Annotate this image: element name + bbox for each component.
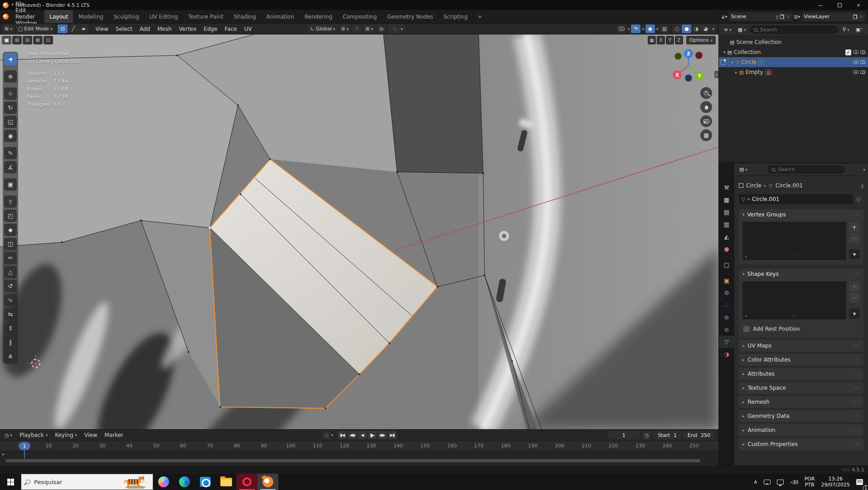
properties-tab-world[interactable]: ●: [719, 243, 734, 255]
pivot-point-button[interactable]: ⊚▾: [339, 24, 351, 33]
vertex-group-specials-button[interactable]: ▾: [849, 249, 860, 259]
face-select-mode-button[interactable]: ▰: [78, 24, 88, 33]
tab-sculpting[interactable]: Sculpting: [109, 10, 145, 23]
outliner-editor-type-button[interactable]: ≡▾: [722, 25, 734, 34]
properties-search[interactable]: [768, 165, 845, 174]
taskbar-search-input[interactable]: [34, 479, 116, 485]
tool-measure[interactable]: ∡: [4, 161, 17, 173]
cast-icon[interactable]: [761, 474, 774, 490]
tool-edge-slide[interactable]: ⇆: [4, 308, 17, 320]
viewport-canvas[interactable]: ▣⊞⊟⊠⊡ ▦ X Y Z Options▾ User Perspective …: [0, 34, 718, 429]
select-mode-subtract[interactable]: ⊟: [23, 36, 32, 44]
vp-menu-edge[interactable]: Edge: [200, 24, 221, 34]
add-workspace-button[interactable]: +: [473, 10, 487, 23]
panel-color-attributes[interactable]: ▸Color Attributes∷∷: [739, 354, 863, 366]
tool-shrink-fatten[interactable]: ⇕: [4, 322, 17, 334]
tool-transform[interactable]: ◉: [4, 130, 17, 142]
outliner-search-input[interactable]: [760, 27, 835, 33]
unlink-scene-icon[interactable]: ×: [786, 14, 790, 20]
outliner-row-collection[interactable]: ▾ ▤ Collection ✓: [719, 47, 868, 57]
scene-selector[interactable]: Scene ×: [729, 12, 792, 21]
tool-inset-faces[interactable]: ◰: [4, 210, 17, 222]
channels-expand-arrow[interactable]: ▸: [2, 451, 5, 456]
tool-add-cube[interactable]: ▣: [4, 178, 17, 191]
vp-menu-uv[interactable]: UV: [241, 24, 256, 34]
remove-shape-key-button[interactable]: −: [849, 293, 860, 303]
panel-texture-space[interactable]: ▸Texture Space∷∷: [739, 382, 863, 394]
play-reverse-button[interactable]: ◀: [358, 431, 367, 439]
select-mode-invert[interactable]: ⊠: [33, 36, 43, 44]
vp-menu-select[interactable]: Select: [112, 24, 136, 34]
pin-id-icon[interactable]: [861, 185, 863, 187]
select-mode-extend[interactable]: ⊞: [12, 36, 22, 44]
taskbar-app-outlook[interactable]: [195, 474, 216, 490]
taskbar-app-explorer[interactable]: [216, 474, 237, 490]
visibility-dropdown[interactable]: ▾: [628, 27, 630, 31]
clock[interactable]: 13:26 29/07/2025: [818, 474, 853, 490]
show-gizmo-button[interactable]: ↷: [631, 24, 640, 33]
properties-options-dropdown[interactable]: ▾: [863, 167, 865, 172]
properties-tab-render[interactable]: ▦: [719, 194, 734, 206]
tab-layout[interactable]: Layout: [44, 10, 73, 23]
add-rest-position-checkbox[interactable]: [743, 326, 750, 332]
jump-to-end-button[interactable]: ▶▮: [388, 431, 397, 439]
hidden-icons-button[interactable]: ∧: [751, 474, 761, 490]
new-collection-button[interactable]: ▣⁺: [853, 25, 865, 34]
vp-menu-mesh[interactable]: Mesh: [154, 24, 175, 34]
vertex-select-mode-button[interactable]: ⊡: [58, 24, 68, 33]
properties-tab-data[interactable]: ▽: [719, 336, 734, 348]
remove-viewlayer-icon[interactable]: ×: [859, 14, 863, 20]
axis-ball-neg-z[interactable]: [685, 74, 692, 82]
snap-target-button[interactable]: ⊞▾: [363, 24, 375, 33]
outliner-row-scene-collection[interactable]: ▤ Scene Collection: [719, 37, 868, 47]
tl-menu-playback[interactable]: Playback▾: [16, 432, 51, 438]
properties-tab-physics[interactable]: ⊚: [719, 311, 734, 323]
blender-menu-icon[interactable]: [3, 14, 9, 20]
collection-checkbox[interactable]: ✓: [845, 49, 851, 55]
tool-cursor[interactable]: ⊕: [4, 70, 17, 83]
active-vertex[interactable]: [209, 226, 211, 229]
tl-menu-keying[interactable]: Keying▾: [51, 432, 81, 438]
network-icon[interactable]: [774, 474, 787, 490]
tool-knife[interactable]: ✂: [4, 252, 17, 264]
notifications-button[interactable]: 1: [853, 474, 866, 490]
end-frame-field[interactable]: End250: [683, 431, 715, 439]
scene-browse-icon[interactable]: ◭▾: [722, 14, 727, 19]
remove-vertex-group-button[interactable]: −: [849, 233, 860, 243]
show-overlays-button[interactable]: ◉: [645, 24, 655, 33]
shape-keys-header[interactable]: ▾ Shape Keys ∷∷: [739, 269, 863, 279]
properties-tab-object[interactable]: ▣: [719, 274, 734, 287]
tool-bevel[interactable]: ◆: [4, 224, 17, 236]
breadcrumb-data[interactable]: Circle.001: [776, 182, 803, 189]
tool-annotate[interactable]: ✎: [4, 147, 17, 159]
tab-geometry-nodes[interactable]: Geometry Nodes: [382, 10, 438, 23]
menu-render[interactable]: Render: [11, 14, 41, 20]
proportional-falloff-button[interactable]: ∿▾: [388, 24, 405, 33]
minimize-button[interactable]: —: [811, 0, 830, 10]
fake-user-button[interactable]: ◇: [853, 194, 863, 204]
tab-uv-editing[interactable]: UV Editing: [145, 10, 184, 23]
properties-tab-collection[interactable]: ▢: [719, 259, 734, 271]
panel-attributes[interactable]: ▸Attributes∷∷: [739, 368, 863, 380]
axis-ball-neg-x[interactable]: [695, 52, 703, 59]
select-mode-new[interactable]: ▣: [2, 36, 11, 44]
transform-orientation-button[interactable]: ∟ Global ▾: [308, 24, 338, 33]
disable-render-icon[interactable]: [860, 60, 865, 64]
properties-tab-view-layer[interactable]: ▥: [719, 218, 734, 230]
tool-rotate[interactable]: ↻: [4, 102, 17, 114]
vertex-groups-header[interactable]: ▾ Vertex Groups ∷∷: [739, 209, 863, 220]
snap-toggle-button[interactable]: ⊓: [352, 24, 362, 33]
hide-viewport-icon[interactable]: [853, 50, 858, 54]
sidebar-toggle-arrow[interactable]: ‹: [714, 71, 718, 78]
menu-file[interactable]: File: [11, 1, 41, 7]
gizmo-dropdown[interactable]: ▾: [642, 27, 644, 31]
shading-wireframe-button[interactable]: ○: [672, 24, 682, 33]
previous-keyframe-button[interactable]: ◀◆: [348, 431, 357, 439]
mirror-z-button[interactable]: Z: [675, 36, 683, 44]
vp-menu-vertex[interactable]: Vertex: [175, 24, 200, 34]
vp-menu-face[interactable]: Face: [221, 24, 241, 34]
disable-render-icon[interactable]: [860, 50, 865, 54]
mirror-y-button[interactable]: Y: [666, 36, 674, 44]
camera-view-button[interactable]: [700, 115, 712, 127]
editor-type-button[interactable]: ⊞▾: [2, 24, 15, 33]
